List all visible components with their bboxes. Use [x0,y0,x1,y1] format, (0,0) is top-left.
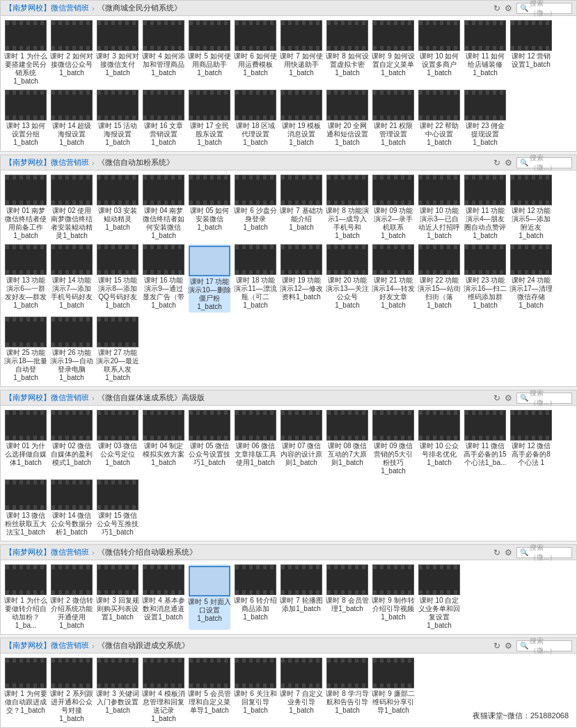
video-item[interactable]: 课时 10 功能演示3—已自动近人打招呼1_batch [418,175,460,240]
refresh-icon[interactable]: ↻ [493,393,500,403]
video-item[interactable]: 课时 4 模板消息管理和回复送记录1_batch [143,658,184,723]
video-item[interactable]: 课时 26 功能演示19—自动登录电脑1_batch [51,317,93,382]
video-item[interactable]: 课时 22 帮助中心设置1_batch [418,90,460,147]
video-item[interactable]: 课时 9 制作转介绍引导视频1_batch [372,564,414,630]
video-item[interactable]: 课时 19 功能演示12—修改资料1_batch [280,244,322,312]
video-item[interactable]: 课时 8 功能演示1—成导入手机号和1_batch [326,175,368,240]
video-item[interactable]: 课时 14 超级海报设置1_batch [51,90,93,147]
video-item[interactable]: 课时 13 功能演示6—一群发好友—群发1_batch [5,244,47,312]
video-item[interactable]: 课时 24 功能演示17—清理微信存储1_batch [510,244,552,312]
video-item[interactable]: 课时 2 微信转介绍系统功能开通使用1_batch [51,564,93,630]
video-item[interactable]: 课时 02 使用南梦微信终结者安装鲲动精灵1_batch [51,175,93,240]
video-item[interactable]: 课时 1 为什么要搭建全民分销系统1_batch [5,20,47,86]
breadcrumb-item-0[interactable]: 【南梦网校】微信营销班 [5,393,89,403]
video-item[interactable]: 课时 12 功能演示5—添加附近友1_batch [510,175,552,240]
video-item[interactable]: 课时 03 微信公众号定位1_batch [97,410,139,475]
breadcrumb-item-0[interactable]: 【南梦网校】微信营销班 [5,640,89,651]
video-item[interactable]: 课时 4 如何添加和管理商品1_batch [143,20,184,86]
video-item[interactable]: 课时 05 微信公众号设置技巧1_batch [189,410,230,475]
settings-icon[interactable]: ⚙ [505,641,512,651]
video-item[interactable]: 课时 8 如何设置虚拟卡密1_batch [326,20,368,86]
video-item[interactable]: 课时 6 沙盘分身登录1_batch [235,175,276,240]
video-item[interactable]: 课时 07 微信内容的设计原则1_batch [280,410,322,475]
video-item[interactable]: 课时 01 为什么选择做自媒体1_batch [5,410,47,475]
video-item[interactable]: 课时 9 廉部二维码和分享引导1_batch [372,658,414,723]
video-item[interactable]: 课时 4 基本参数和消息通道设置1_batch [143,564,184,630]
video-item[interactable]: 课时 6 转介绍商品添加1_batch [235,564,276,630]
video-item[interactable]: 课时 18 区域代理设置1_batch [235,90,276,147]
video-item[interactable]: 课时 18 功能演示11—漂流瓶（可二1_batch [235,244,276,312]
refresh-icon[interactable]: ↻ [493,158,500,168]
video-item[interactable]: 课时 8 学习导航和告告引导1_batch [326,658,368,723]
video-item[interactable]: 课时 21 功能演示14—转发好友文章1_batch [372,244,414,312]
refresh-icon[interactable]: ↻ [493,641,500,651]
video-item[interactable]: 课时 5 会员管理和自定义菜单导1_batch [189,658,230,723]
video-item[interactable]: 课时 2 如何对接微信公众号1_batch [51,20,93,86]
video-item[interactable]: 课时 23 佣金提现设置1_batch [464,90,506,147]
breadcrumb-item-0[interactable]: 【南梦网校】微信营销班 [5,157,89,168]
video-item[interactable]: 课时 14 微信公众号数据分析1_batch [51,480,93,537]
video-item[interactable]: 课时 17 全民股东设置1_batch [189,90,230,147]
video-item[interactable]: 课时 1 为什么要做转介绍自动加粉？1_ba... [5,564,47,630]
refresh-icon[interactable]: ↻ [493,3,500,13]
video-item[interactable]: 课时 13 微信粉丝获取五大法宝1_batch [5,480,47,537]
video-item[interactable]: 课时 6 如何使用运费模板1_batch [235,20,276,86]
settings-icon[interactable]: ⚙ [505,548,512,557]
video-item[interactable]: 课时 13 如何设置分组1_batch [5,90,47,147]
video-item[interactable]: 课时 7 如何使用快递助手1_batch [280,20,322,86]
video-item[interactable]: 课时 14 功能演示7—添加手机号码好友1_batch [51,244,93,312]
video-item[interactable]: 课时 9 如何设置自定义菜单1_batch [372,20,414,86]
video-item[interactable]: 课时 10 如何设置多商户1_batch [418,20,460,86]
video-item[interactable]: 课时 20 全网通和短信设置1_batch [326,90,368,147]
video-item[interactable]: 课时 02 微信自媒体的盈利模式1_batch [51,410,93,475]
video-item[interactable]: 课时 09 功能演示2—录手机联系1_batch [372,175,414,240]
video-item[interactable]: 课时 10 自定义业务单和回复设置1_batch [418,564,460,630]
video-item[interactable]: 课时 15 微信公众号互推技巧1_batch [97,480,139,537]
video-item[interactable]: 课时 15 活动海报设置1_batch [97,90,139,147]
video-item[interactable]: 课时 23 功能演示16—扫二维码添加群1_batch [464,244,506,312]
video-item[interactable]: 课时 03 安装鲲动精灵1_batch [97,175,139,240]
video-item[interactable]: 课时 3 回复规则购买列表设置1_batch [97,564,139,630]
video-item[interactable]: 课时 05 如何安装微信1_batch [189,175,230,240]
video-item[interactable]: 课时 3 如何对接微信支付1_batch [97,20,139,86]
video-item[interactable]: 课时 19 模板消息设置1_batch [280,90,322,147]
video-item[interactable]: 课时 11 微信高手必备的15个心法1_ba... [464,410,506,475]
video-item[interactable]: 课时 09 微信营销的5大引粉技巧1_batch [372,410,414,475]
refresh-icon[interactable]: ↻ [493,548,500,557]
breadcrumb-item-0[interactable]: 【南梦网校】微信营销班 [5,3,89,13]
video-item[interactable]: 课时 16 文章营销设置1_batch [143,90,184,147]
video-item[interactable]: 课时 08 微信互动的7大原则1_batch [326,410,368,475]
search-box[interactable]: 🔍搜索（微...） [516,3,572,14]
video-item[interactable]: 课时 27 功能演示20—最近联系人发1_batch [97,317,139,382]
video-item[interactable]: 课时 10 公众号排名优化1_batch [418,410,460,475]
video-item[interactable]: 课时 01 南梦微信终结者使用前备工作1_batch [5,175,47,240]
video-item[interactable]: 课时 3 关键词入门参数设置1_batch [97,658,139,723]
search-box[interactable]: 🔍搜索（微...） [516,547,572,558]
video-item[interactable]: 课时 17 功能演示10—删除僵尸粉1_batch [189,244,230,312]
search-box[interactable]: 🔍搜索（微...） [516,640,572,651]
video-item[interactable]: 课时 12 营销设置1_batch [510,20,552,86]
video-item[interactable]: 课时 7 基础功能介绍1_batch [280,175,322,240]
video-item[interactable]: 课时 06 微信文章排版工具使用1_batch [235,410,276,475]
settings-icon[interactable]: ⚙ [505,3,512,13]
video-item[interactable]: 课时 22 功能演示15—站街扫街（落1_batch [418,244,460,312]
settings-icon[interactable]: ⚙ [505,158,512,168]
video-item[interactable]: 课时 11 如何给店铺装修1_batch [464,20,506,86]
video-item[interactable]: 课时 04 南梦微信终结者如何安装微信1_batch [143,175,184,240]
video-item[interactable]: 课时 25 功能演示18—批量自动登1_batch [5,317,47,382]
search-box[interactable]: 🔍搜索（微...） [516,157,572,168]
search-box[interactable]: 🔍搜索（微...） [516,393,572,404]
video-item[interactable]: 课时 12 微信高手必备的8个心法 1 [510,410,552,475]
video-item[interactable]: 课时 6 关注和回复引导1_batch [235,658,276,723]
video-item[interactable]: 课时 04 制定模拟实效方案1_batch [143,410,184,475]
video-item[interactable]: 课时 21 权限管理设置1_batch [372,90,414,147]
video-item[interactable]: 课时 1 为何要做自动跟进成交？1_batch [5,658,47,723]
video-item[interactable]: 课时 16 功能演示9—通过显发广告（带1_batch [143,244,184,312]
video-item[interactable]: 课时 2 系列跟进开通和公众号对接1_batch [51,658,93,723]
breadcrumb-item-0[interactable]: 【南梦网校】微信营销班 [5,547,89,557]
video-item[interactable]: 课时 5 封面入口设置1_batch [189,564,230,630]
video-item[interactable]: 课时 7 自定义业务引导1_batch [280,658,322,723]
video-item[interactable]: 课时 20 功能演示13—关注公众号1_batch [326,244,368,312]
video-item[interactable]: 课时 7 轮播图添加1_batch [280,564,322,630]
video-item[interactable]: 课时 15 功能演示8—添加QQ号码好友1_batch [97,244,139,312]
